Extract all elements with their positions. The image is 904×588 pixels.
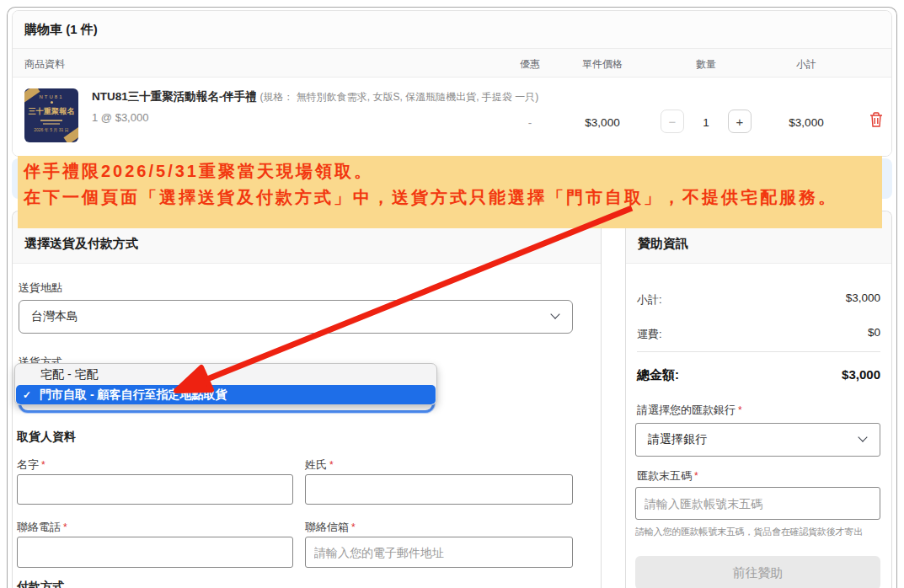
payment-section-title: 付款方式: [17, 580, 64, 588]
shipping-label: 運費:: [637, 327, 662, 342]
cart-item-row: NTU81 三十重聚報名 2026 年 5 月 31 日 NTU81三十重聚活動…: [13, 78, 891, 157]
column-product: 商品資料: [24, 57, 65, 72]
annotation-line-1: 伴手禮限2026/5/31重聚當天現場領取。: [24, 158, 882, 184]
column-discount: 優惠: [520, 57, 540, 72]
first-name-label-text: 名字: [17, 458, 39, 471]
phone-input[interactable]: [17, 537, 293, 568]
unit-price-value: $3,000: [585, 116, 619, 129]
subtotal-value: $3,000: [789, 116, 823, 129]
cart-title: 購物車 (1 件): [13, 11, 891, 49]
method-dropdown-menu: 宅配 - 宅配 ✓ 門市自取 - 顧客自行至指定地點取貨: [14, 363, 437, 405]
total-label: 總金額:: [637, 367, 679, 383]
product-thumbnail: NTU81 三十重聚報名 2026 年 5 月 31 日: [24, 88, 78, 142]
trash-icon: [869, 111, 884, 128]
required-mark: *: [63, 521, 67, 533]
method-option-home-delivery[interactable]: 宅配 - 宅配: [15, 364, 436, 385]
chevron-down-icon: [858, 432, 867, 441]
required-mark: *: [694, 470, 698, 482]
total-value: $3,000: [758, 367, 880, 382]
column-subtotal: 小計: [796, 57, 816, 72]
bank-selected-value: 請選擇銀行: [648, 432, 707, 447]
quantity-value: 1: [703, 116, 709, 129]
product-spec: (規格： 無特別飲食需求, 女版S, 保溫瓶隨機出貨, 手提袋 一只): [260, 91, 539, 103]
destination-select[interactable]: 台灣本島: [19, 300, 573, 334]
email-label: 聯絡信箱*: [305, 520, 356, 535]
required-mark: *: [351, 521, 356, 533]
code-label: 匯款末五碼*: [637, 468, 698, 484]
first-name-input[interactable]: [17, 474, 293, 505]
email-label-text: 聯絡信箱: [305, 521, 349, 533]
cart-card: 購物車 (1 件) 商品資料 優惠 單件價格 數量 小計 NTU81 三十重聚報…: [12, 10, 892, 157]
required-mark: *: [329, 459, 334, 471]
bank-label-text: 請選擇您的匯款銀行: [637, 404, 736, 416]
bank-select[interactable]: 請選擇銀行: [635, 423, 880, 457]
product-name: NTU81三十重聚活動報名-伴手禮: [92, 90, 257, 103]
column-quantity: 數量: [696, 57, 716, 72]
remittance-code-input[interactable]: [635, 487, 880, 520]
chevron-down-icon: [550, 309, 559, 318]
cart-column-headers: 商品資料 優惠 單件價格 數量 小計: [13, 49, 891, 78]
last-name-label-text: 姓氏: [305, 458, 327, 471]
required-mark: *: [738, 404, 742, 416]
method-option-store-pickup[interactable]: ✓ 門市自取 - 顧客自行至指定地點取貨: [16, 385, 436, 404]
method-option-store-pickup-label: 門市自取 - 顧客自行至指定地點取貨: [40, 388, 227, 403]
bank-label: 請選擇您的匯款銀行*: [637, 403, 742, 418]
subtotal-label: 小計:: [637, 292, 662, 307]
required-mark: *: [41, 459, 45, 471]
thumb-title: 三十重聚報名: [27, 106, 77, 117]
check-icon: ✓: [23, 389, 40, 401]
product-title: NTU81三十重聚活動報名-伴手禮 (規格： 無特別飲食需求, 女版S, 保溫瓶…: [92, 89, 564, 104]
plus-icon: +: [736, 115, 744, 129]
product-qty-price: 1 @ $3,000: [92, 111, 148, 124]
thumb-decor-line: [43, 123, 60, 125]
first-name-label: 名字*: [17, 457, 45, 473]
thumb-dot: [51, 101, 53, 104]
recipient-section-title: 取貨人資料: [17, 430, 76, 445]
quantity-decrease-button[interactable]: −: [661, 110, 684, 133]
shipping-value: $0: [758, 326, 880, 339]
code-label-text: 匯款末五碼: [637, 469, 692, 482]
phone-label-text: 聯絡電話: [17, 521, 61, 533]
summary-subtotal-value: $3,000: [758, 291, 880, 304]
destination-selected-value: 台灣本島: [31, 309, 78, 324]
summary-divider: [637, 351, 880, 352]
thumb-decor-line: [40, 120, 62, 121]
thumb-date: 2026 年 5 月 31 日: [24, 127, 78, 132]
last-name-label: 姓氏*: [305, 457, 334, 473]
go-sponsor-button[interactable]: 前往贊助: [635, 556, 880, 588]
last-name-input[interactable]: [305, 474, 573, 505]
phone-label: 聯絡電話*: [17, 520, 67, 535]
annotation-note: 伴手禮限2026/5/31重聚當天現場領取。 在下一個頁面「選擇送貨及付款方式」…: [18, 156, 882, 228]
email-input[interactable]: [305, 537, 573, 568]
remove-item-button[interactable]: [869, 111, 884, 128]
quantity-increase-button[interactable]: +: [728, 110, 752, 133]
minus-icon: −: [669, 115, 677, 129]
code-hint: 請輸入您的匯款帳號末五碼，貨品會在確認貨款後才寄出: [635, 526, 863, 538]
discount-value: -: [528, 116, 532, 129]
checkout-page: 購物車 (1 件) 商品資料 優惠 單件價格 數量 小計 NTU81 三十重聚報…: [0, 0, 904, 588]
annotation-line-2: 在下一個頁面「選擇送貨及付款方式」中，送貨方式只能選擇「門市自取」，不提供宅配服…: [24, 184, 882, 211]
column-unit-price: 單件價格: [582, 57, 623, 72]
destination-label: 送貨地點: [19, 281, 62, 296]
